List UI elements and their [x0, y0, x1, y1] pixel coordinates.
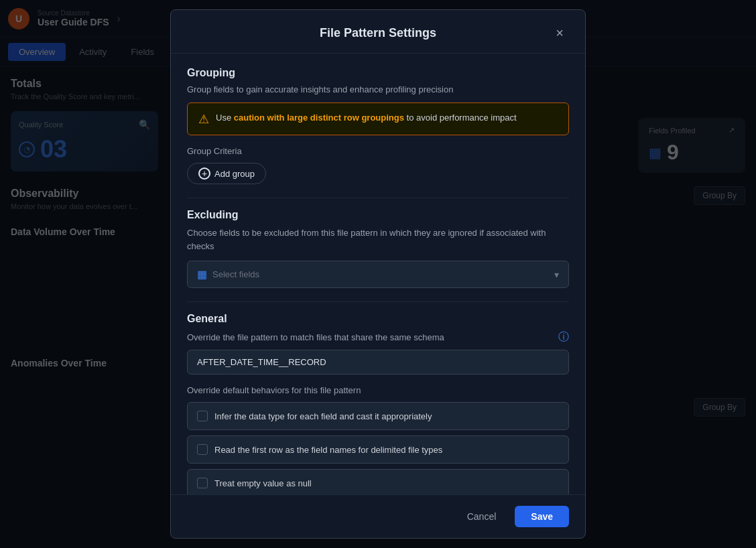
section-divider-2	[187, 301, 569, 302]
override-schema-row: Override the file pattern to match files…	[187, 330, 569, 344]
override-schema-input[interactable]	[187, 350, 569, 374]
fields-dropdown-icon: ▦	[197, 268, 207, 281]
warning-text: Use caution with large distinct row grou…	[216, 111, 517, 125]
general-title: General	[187, 313, 569, 325]
modal: File Pattern Settings × Grouping Group f…	[170, 9, 586, 539]
add-group-button[interactable]: + Add group	[187, 163, 266, 184]
dropdown-arrow-icon: ▾	[554, 269, 559, 280]
warning-box: ⚠ Use caution with large distinct row gr…	[187, 102, 569, 135]
select-fields-dropdown[interactable]: ▦ Select fields ▾	[187, 261, 569, 288]
modal-footer: Cancel Save	[171, 494, 585, 538]
excluding-section: Excluding Choose fields to be excluded f…	[187, 209, 569, 288]
checkbox-box-infer	[197, 411, 208, 421]
grouping-section: Grouping Group fields to gain accurate i…	[187, 67, 569, 184]
plus-circle-icon: +	[198, 167, 210, 180]
modal-close-button[interactable]: ×	[550, 23, 569, 42]
checkbox-empty-null[interactable]: Treat empty value as null	[187, 469, 569, 494]
info-icon[interactable]: ⓘ	[558, 330, 569, 344]
warning-icon: ⚠	[198, 112, 209, 127]
save-button[interactable]: Save	[515, 506, 569, 527]
checkbox-infer-type[interactable]: Infer the data type for each field and c…	[187, 402, 569, 430]
excluding-title: Excluding	[187, 209, 569, 221]
section-divider-1	[187, 198, 569, 198]
general-section: General Override the file pattern to mat…	[187, 313, 569, 494]
modal-header: File Pattern Settings ×	[171, 10, 585, 54]
override-schema-label: Override the file pattern to match files…	[187, 332, 444, 342]
select-fields-left: ▦ Select fields	[197, 268, 259, 281]
group-criteria-label: Group Criteria	[187, 146, 569, 156]
checkbox-box-first-row	[197, 444, 208, 455]
modal-body: Grouping Group fields to gain accurate i…	[171, 54, 585, 494]
grouping-title: Grouping	[187, 67, 569, 79]
cancel-button[interactable]: Cancel	[456, 506, 507, 527]
select-fields-placeholder: Select fields	[212, 269, 259, 279]
excluding-description: Choose fields to be excluded from this f…	[187, 226, 569, 253]
checkbox-label-first-row: Read the first row as the field names fo…	[214, 445, 442, 455]
checkbox-label-infer: Infer the data type for each field and c…	[214, 411, 432, 421]
checkbox-label-empty-null: Treat empty value as null	[214, 478, 312, 488]
modal-title: File Pattern Settings	[206, 26, 550, 40]
modal-overlay: File Pattern Settings × Grouping Group f…	[0, 0, 756, 548]
checkbox-box-empty-null	[197, 478, 208, 488]
override-default-label: Override default behaviors for this file…	[187, 385, 569, 395]
grouping-description: Group fields to gain accurate insights a…	[187, 84, 569, 94]
checkbox-first-row[interactable]: Read the first row as the field names fo…	[187, 435, 569, 464]
